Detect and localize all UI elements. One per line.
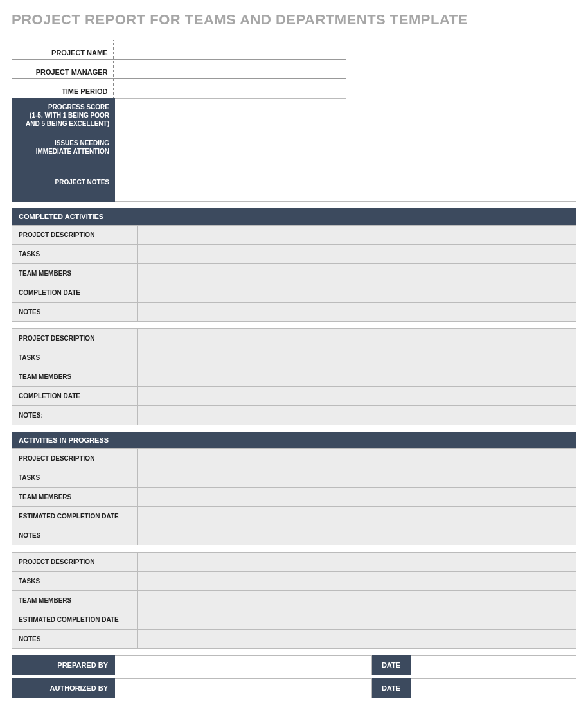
project-name-field[interactable]: [113, 40, 346, 59]
team-members-label: TEAM MEMBERS: [12, 367, 138, 386]
notes-label: NOTES: [12, 526, 138, 545]
estimated-completion-date-field[interactable]: [138, 506, 576, 526]
completed-activity-1: PROJECT DESCRIPTION TASKS TEAM MEMBERS C…: [12, 225, 576, 322]
tasks-field[interactable]: [138, 571, 576, 590]
project-description-field[interactable]: [138, 552, 576, 571]
page-title: PROJECT REPORT FOR TEAMS AND DEPARTMENTS…: [12, 12, 576, 28]
project-notes-field[interactable]: [115, 163, 576, 201]
signature-table: PREPARED BY DATE AUTHORIZED BY DATE: [12, 655, 576, 698]
completion-date-label: COMPLETION DATE: [12, 283, 138, 302]
notes-field[interactable]: [138, 302, 576, 321]
authorized-by-field[interactable]: [115, 678, 372, 698]
notes-label: NOTES:: [12, 405, 138, 425]
in-progress-banner: ACTIVITIES IN PROGRESS: [12, 432, 576, 448]
project-description-label: PROJECT DESCRIPTION: [12, 552, 138, 571]
project-description-label: PROJECT DESCRIPTION: [12, 328, 138, 348]
in-progress-activity-2: PROJECT DESCRIPTION TASKS TEAM MEMBERS E…: [12, 552, 576, 649]
issues-label: ISSUES NEEDING IMMEDIATE ATTENTION: [12, 132, 115, 163]
completion-date-field[interactable]: [138, 283, 576, 302]
tasks-field[interactable]: [138, 244, 576, 263]
notes-label: NOTES: [12, 302, 138, 321]
tasks-label: TASKS: [12, 348, 138, 367]
project-manager-label: PROJECT MANAGER: [12, 59, 113, 78]
progress-score-field[interactable]: [115, 98, 346, 132]
project-notes-label: PROJECT NOTES: [12, 163, 115, 201]
prepared-by-field[interactable]: [115, 655, 372, 675]
tasks-field[interactable]: [138, 468, 576, 487]
issues-field[interactable]: [115, 132, 576, 163]
tasks-label: TASKS: [12, 468, 138, 487]
notes-field[interactable]: [138, 526, 576, 545]
team-members-label: TEAM MEMBERS: [12, 263, 138, 283]
tasks-label: TASKS: [12, 244, 138, 263]
header-info-table: PROJECT NAME PROJECT MANAGER TIME PERIOD: [12, 40, 346, 98]
team-members-field[interactable]: [138, 263, 576, 283]
progress-score-label: PROGRESS SCORE (1-5, WITH 1 BEING POOR A…: [12, 98, 115, 132]
estimated-completion-date-label: ESTIMATED COMPLETION DATE: [12, 610, 138, 629]
notes-label: NOTES: [12, 629, 138, 648]
project-description-label: PROJECT DESCRIPTION: [12, 448, 138, 468]
completion-date-label: COMPLETION DATE: [12, 386, 138, 405]
project-name-label: PROJECT NAME: [12, 40, 113, 59]
authorized-date-label: DATE: [372, 678, 411, 698]
summary-table: PROGRESS SCORE (1-5, WITH 1 BEING POOR A…: [12, 98, 576, 202]
authorized-by-label: AUTHORIZED BY: [12, 678, 115, 698]
team-members-field[interactable]: [138, 367, 576, 386]
team-members-label: TEAM MEMBERS: [12, 590, 138, 610]
notes-field[interactable]: [138, 405, 576, 425]
time-period-field[interactable]: [113, 78, 346, 98]
authorized-date-field[interactable]: [411, 678, 576, 698]
project-description-field[interactable]: [138, 225, 576, 244]
project-manager-field[interactable]: [113, 59, 346, 78]
estimated-completion-date-field[interactable]: [138, 610, 576, 629]
project-description-field[interactable]: [138, 448, 576, 468]
spacer: [346, 98, 576, 132]
team-members-field[interactable]: [138, 487, 576, 506]
completion-date-field[interactable]: [138, 386, 576, 405]
prepared-by-label: PREPARED BY: [12, 655, 115, 675]
team-members-label: TEAM MEMBERS: [12, 487, 138, 506]
in-progress-activity-1: PROJECT DESCRIPTION TASKS TEAM MEMBERS E…: [12, 448, 576, 545]
completed-activities-banner: COMPLETED ACTIVITIES: [12, 208, 576, 225]
prepared-date-label: DATE: [372, 655, 411, 675]
project-description-label: PROJECT DESCRIPTION: [12, 225, 138, 244]
project-description-field[interactable]: [138, 328, 576, 348]
completed-activity-2: PROJECT DESCRIPTION TASKS TEAM MEMBERS C…: [12, 328, 576, 425]
prepared-date-field[interactable]: [411, 655, 576, 675]
team-members-field[interactable]: [138, 590, 576, 610]
time-period-label: TIME PERIOD: [12, 78, 113, 98]
tasks-field[interactable]: [138, 348, 576, 367]
tasks-label: TASKS: [12, 571, 138, 590]
estimated-completion-date-label: ESTIMATED COMPLETION DATE: [12, 506, 138, 526]
notes-field[interactable]: [138, 629, 576, 648]
